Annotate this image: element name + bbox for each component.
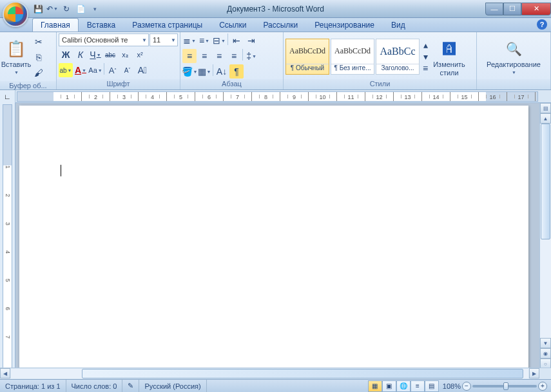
status-language[interactable]: Русский (Россия) bbox=[139, 380, 206, 392]
zoom-controls: 108% − + bbox=[439, 382, 551, 391]
zoom-in-button[interactable]: + bbox=[538, 382, 547, 391]
office-button[interactable] bbox=[3, 1, 28, 27]
styles-expand[interactable]: ≡ bbox=[421, 62, 430, 74]
help-icon[interactable]: ? bbox=[537, 19, 547, 30]
font-size-combo[interactable]: 11▼ bbox=[150, 33, 178, 46]
borders-button[interactable]: ▦▼ bbox=[197, 64, 211, 79]
group-styles: AaBbCcDd ¶ Обычный AaBbCcDd ¶ Без инте..… bbox=[284, 32, 477, 89]
format-painter-icon[interactable]: 🖌 bbox=[32, 66, 46, 80]
horizontal-ruler[interactable]: 123 456 789 101112 131415 1617 bbox=[17, 91, 538, 102]
qat-more-icon[interactable]: ▾ bbox=[89, 3, 101, 15]
tab-selector[interactable]: ∟ bbox=[0, 90, 15, 103]
scroll-thumb-v[interactable] bbox=[541, 124, 550, 239]
tab-review[interactable]: Рецензирование bbox=[306, 18, 383, 32]
scroll-thumb-h[interactable] bbox=[82, 369, 523, 378]
justify-button[interactable]: ≡ bbox=[227, 49, 241, 63]
zoom-slider[interactable] bbox=[472, 385, 537, 387]
qat-custom-icon[interactable]: 📄 bbox=[75, 3, 86, 15]
shading-button[interactable]: 🪣▼ bbox=[182, 64, 197, 79]
status-spellcheck[interactable]: ✎ bbox=[122, 380, 139, 392]
group-clipboard: 📋 Вставить ▼ ✂ ⎘ 🖌 Буфер об... bbox=[0, 32, 57, 89]
paste-button[interactable]: 📋 Вставить ▼ bbox=[2, 33, 30, 77]
numbering-button[interactable]: ≡▼ bbox=[197, 33, 211, 48]
group-label-font: Шрифт bbox=[57, 79, 180, 89]
multilevel-button[interactable]: ⊟▼ bbox=[212, 33, 226, 48]
sort-button[interactable]: A↓ bbox=[215, 64, 229, 79]
status-page[interactable]: Страница: 1 из 1 bbox=[0, 380, 66, 392]
view-print-layout[interactable]: ▦ bbox=[368, 380, 382, 392]
copy-icon[interactable]: ⎘ bbox=[32, 50, 46, 64]
document-area: 123 456 7 ▤ ▲ ▼ ◉ ○ ◉ bbox=[0, 103, 551, 379]
italic-button[interactable]: К bbox=[73, 48, 88, 62]
save-icon[interactable]: 💾 bbox=[32, 3, 44, 15]
undo-icon[interactable]: ↶▼ bbox=[46, 3, 58, 15]
scroll-left-button[interactable]: ◀ bbox=[0, 368, 10, 378]
view-draft[interactable]: ▤ bbox=[425, 380, 439, 392]
page[interactable] bbox=[19, 106, 528, 376]
scroll-up-button[interactable]: ▲ bbox=[540, 113, 551, 124]
status-bar: Страница: 1 из 1 Число слов: 0 ✎ Русский… bbox=[0, 379, 551, 392]
ribbon: 📋 Вставить ▼ ✂ ⎘ 🖌 Буфер об... Calibri (… bbox=[0, 32, 551, 90]
highlight-button[interactable]: ab▼ bbox=[59, 63, 73, 77]
cut-icon[interactable]: ✂ bbox=[32, 35, 46, 49]
close-button[interactable]: ✕ bbox=[521, 3, 551, 15]
clear-formatting-button[interactable]: Aͫ bbox=[135, 63, 150, 77]
status-word-count[interactable]: Число слов: 0 bbox=[66, 380, 123, 392]
paste-icon: 📋 bbox=[6, 39, 26, 59]
document-viewport[interactable] bbox=[15, 103, 539, 379]
redo-icon[interactable]: ↻ bbox=[61, 3, 72, 15]
bold-button[interactable]: Ж bbox=[59, 48, 73, 62]
tab-mailings[interactable]: Рассылки bbox=[255, 18, 306, 32]
font-name-combo[interactable]: Calibri (Основной те▼ bbox=[59, 33, 149, 46]
editing-button[interactable]: 🔍 Редактирование ▼ bbox=[485, 33, 543, 77]
increase-indent-button[interactable]: ⇥ bbox=[244, 33, 258, 48]
prev-page-button[interactable]: ◉ bbox=[540, 348, 551, 359]
group-font: Calibri (Основной те▼ 11▼ Ж К Ч▼ abc x₂ … bbox=[57, 32, 180, 89]
scroll-right-button[interactable]: ▶ bbox=[529, 368, 539, 378]
style-heading1[interactable]: AaBbCc Заголово... bbox=[376, 39, 420, 75]
decrease-indent-button[interactable]: ⇤ bbox=[229, 33, 244, 48]
style-no-spacing[interactable]: AaBbCcDd ¶ Без инте... bbox=[331, 39, 374, 75]
change-case-button[interactable]: Aa▼ bbox=[88, 63, 102, 77]
styles-row-down[interactable]: ▾ bbox=[421, 51, 430, 62]
zoom-slider-thumb[interactable] bbox=[503, 382, 508, 390]
superscript-button[interactable]: x² bbox=[133, 48, 147, 62]
zoom-out-button[interactable]: − bbox=[462, 382, 471, 391]
underline-button[interactable]: Ч▼ bbox=[88, 48, 102, 62]
grow-font-button[interactable]: A˄ bbox=[106, 63, 120, 77]
line-spacing-button[interactable]: ‡▼ bbox=[244, 49, 258, 63]
tab-home[interactable]: Главная bbox=[32, 18, 79, 32]
tab-page-layout[interactable]: Разметка страницы bbox=[124, 18, 211, 32]
show-marks-button[interactable]: ¶ bbox=[229, 64, 244, 79]
tab-view[interactable]: Вид bbox=[383, 18, 414, 32]
tab-insert[interactable]: Вставка bbox=[79, 18, 124, 32]
scroll-down-button[interactable]: ▼ bbox=[540, 338, 551, 348]
view-full-screen[interactable]: ▣ bbox=[382, 380, 396, 392]
view-outline[interactable]: ≡ bbox=[411, 380, 425, 392]
shrink-font-button[interactable]: A˅ bbox=[121, 63, 135, 77]
styles-row-up[interactable]: ▴ bbox=[421, 39, 430, 51]
zoom-percent[interactable]: 108% bbox=[443, 382, 461, 390]
horizontal-scrollbar[interactable]: ◀ ▶ bbox=[0, 368, 551, 379]
bullets-button[interactable]: ≣▼ bbox=[182, 33, 197, 48]
vertical-scrollbar[interactable]: ▤ ▲ ▼ ◉ ○ ◉ bbox=[539, 103, 551, 379]
group-label-styles: Стили bbox=[284, 79, 476, 89]
align-left-button[interactable]: ≡ bbox=[182, 49, 197, 63]
ruler-toggle[interactable]: ▤ bbox=[540, 103, 551, 113]
group-label-clipboard: Буфер об... bbox=[0, 81, 56, 89]
change-styles-icon: 🅰 bbox=[439, 39, 459, 59]
strike-button[interactable]: abc bbox=[103, 48, 117, 62]
change-styles-button[interactable]: 🅰 Изменить стили bbox=[431, 35, 467, 79]
view-buttons: ▦ ▣ 🌐 ≡ ▤ bbox=[368, 380, 439, 392]
style-normal[interactable]: AaBbCcDd ¶ Обычный bbox=[285, 39, 329, 75]
subscript-button[interactable]: x₂ bbox=[118, 48, 132, 62]
group-label-editing bbox=[477, 79, 550, 89]
align-right-button[interactable]: ≡ bbox=[212, 49, 226, 63]
minimize-button[interactable]: — bbox=[485, 3, 503, 15]
view-web-layout[interactable]: 🌐 bbox=[396, 380, 411, 392]
maximize-button[interactable]: ☐ bbox=[503, 3, 521, 15]
align-center-button[interactable]: ≡ bbox=[197, 49, 211, 63]
tab-references[interactable]: Ссылки bbox=[211, 18, 255, 32]
vertical-ruler[interactable]: 123 456 7 bbox=[0, 103, 15, 379]
font-color-button[interactable]: A▼ bbox=[73, 63, 88, 77]
